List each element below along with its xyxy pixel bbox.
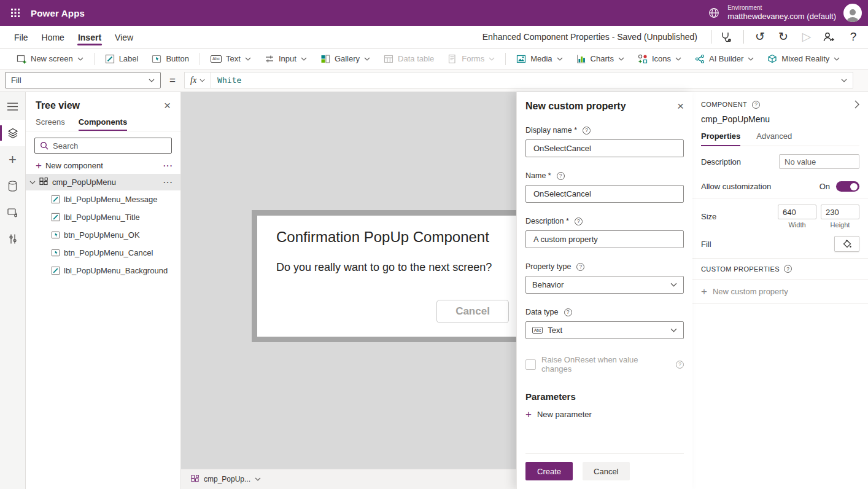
breadcrumb[interactable]: cmp_PopUp...: [204, 475, 250, 483]
tree-item-component-root[interactable]: cmp_PopUpMenu ···: [26, 174, 180, 190]
new-parameter-button[interactable]: + New parameter: [525, 410, 684, 419]
menu-insert[interactable]: Insert: [71, 27, 108, 47]
width-caption: Width: [788, 221, 805, 229]
tree-search-box[interactable]: [34, 138, 172, 154]
redo-icon[interactable]: ↻: [776, 30, 791, 44]
raise-onreset-checkbox[interactable]: [525, 359, 536, 370]
divider: [505, 53, 506, 65]
toolbar-ai-builder[interactable]: AI Builder: [688, 49, 761, 69]
toolbar-data-table: Data table: [377, 49, 441, 69]
tab-properties[interactable]: Properties: [701, 131, 740, 146]
more-options-icon[interactable]: ···: [163, 178, 173, 187]
toolbar-mixed-reality[interactable]: Mixed Reality: [761, 49, 847, 69]
formula-input-wrap: [211, 72, 853, 88]
canvas-breadcrumb-bar: cmp_PopUp...: [181, 469, 516, 489]
fill-color-button[interactable]: [834, 236, 859, 252]
app-checker-icon[interactable]: [720, 31, 735, 43]
display-name-field[interactable]: [525, 139, 684, 157]
toolbar-button[interactable]: Button: [145, 49, 196, 69]
menu-view[interactable]: View: [108, 27, 140, 47]
close-icon[interactable]: ×: [164, 101, 171, 111]
media-panel-icon[interactable]: [0, 199, 25, 225]
name-field[interactable]: [525, 185, 684, 203]
help-icon[interactable]: ?: [576, 263, 584, 271]
help-icon[interactable]: ?: [784, 265, 792, 273]
share-icon[interactable]: [823, 31, 837, 42]
component-canvas-frame[interactable]: Confirmation PopUp Component Do you real…: [252, 210, 516, 342]
allow-customization-toggle[interactable]: [836, 181, 859, 192]
toolbar-gallery[interactable]: Gallery: [314, 49, 377, 69]
menu-home[interactable]: Home: [35, 27, 71, 47]
equals-sign: =: [161, 74, 184, 87]
new-component-row[interactable]: + New component ···: [26, 157, 180, 174]
help-icon[interactable]: ?: [557, 172, 565, 180]
tab-components[interactable]: Components: [79, 117, 127, 131]
create-button[interactable]: Create: [525, 462, 573, 480]
formula-input[interactable]: [211, 72, 835, 88]
help-icon[interactable]: ?: [846, 30, 861, 44]
app-title: Power Apps: [31, 8, 85, 18]
property-selector[interactable]: Fill: [5, 72, 161, 88]
insert-plus-icon[interactable]: +: [0, 146, 25, 173]
toolbar-media[interactable]: Media: [510, 49, 569, 69]
toolbar-icons[interactable]: Icons: [631, 49, 688, 69]
popup-cancel-button[interactable]: Cancel: [436, 300, 509, 323]
help-icon[interactable]: ?: [575, 217, 583, 225]
tree-item-label-control[interactable]: lbl_PopUpMenu_Title: [26, 208, 180, 226]
toolbar-text[interactable]: Abc Text: [204, 49, 258, 69]
power-apps-studio: Power Apps Environment matthewdevaney.co…: [0, 0, 868, 489]
tree-item-button-control[interactable]: btn_PopUpMenu_OK: [26, 226, 180, 244]
new-custom-property-button[interactable]: + New custom property: [692, 280, 868, 303]
toolbar-label[interactable]: Label: [98, 49, 145, 69]
abc-icon: Abc: [532, 327, 543, 334]
tree-item-label-control[interactable]: lbl_PopUpMenu_Background: [26, 262, 180, 280]
tree-item-label-control[interactable]: lbl_PopUpMenu_Message: [26, 190, 180, 208]
data-sources-icon[interactable]: [0, 173, 25, 199]
raise-onreset-label: Raise OnReset when value changes: [541, 355, 670, 374]
data-type-select[interactable]: Abc Text: [525, 321, 684, 339]
help-icon[interactable]: ?: [564, 308, 572, 316]
selected-component-name: cmp_PopUpMenu: [701, 114, 859, 124]
panel-title: New custom property: [525, 101, 626, 112]
chevron-down-icon: [364, 57, 370, 61]
plus-icon: +: [36, 162, 42, 170]
toolbar-charts[interactable]: Charts: [570, 49, 631, 69]
environment-switcher[interactable]: Environment matthewdevaney.com (default): [727, 4, 836, 22]
app-launcher-waffle-icon[interactable]: [0, 0, 31, 26]
tab-screens[interactable]: Screens: [36, 117, 65, 131]
tree-item-button-control[interactable]: btn_PopUpMenu_Cancel: [26, 244, 180, 262]
raise-onreset-row: Raise OnReset when value changes ?: [525, 355, 684, 374]
menu-bar: File Home Insert View Enhanced Component…: [0, 26, 868, 49]
toolbar-input[interactable]: Input: [258, 49, 314, 69]
property-type-select[interactable]: Behavior: [525, 276, 684, 294]
custom-properties-header-row: CUSTOM PROPERTIES ?: [692, 259, 868, 279]
chevron-down-icon: [255, 477, 261, 481]
fx-button[interactable]: fx: [184, 72, 211, 88]
collapse-panel-chevron-icon[interactable]: [854, 100, 859, 109]
custom-properties-header: CUSTOM PROPERTIES: [701, 265, 780, 273]
tab-advanced[interactable]: Advanced: [756, 131, 792, 146]
search-input[interactable]: [53, 141, 166, 151]
advanced-tools-icon[interactable]: [0, 225, 25, 252]
hamburger-menu-icon[interactable]: [0, 93, 25, 120]
chevron-down-icon: [245, 57, 251, 61]
tree-view-icon[interactable]: [0, 120, 25, 146]
help-icon[interactable]: ?: [752, 101, 760, 109]
more-options-icon[interactable]: ···: [163, 161, 173, 170]
close-icon[interactable]: ×: [677, 101, 684, 111]
description-label: Description: [701, 157, 741, 166]
toolbar-new-screen[interactable]: New screen: [10, 49, 90, 69]
component-description-field[interactable]: [779, 154, 859, 169]
cancel-button[interactable]: Cancel: [583, 462, 629, 480]
user-avatar[interactable]: [843, 4, 862, 22]
help-icon[interactable]: ?: [583, 127, 591, 135]
help-icon[interactable]: ?: [676, 361, 684, 369]
fill-row: Fill: [692, 235, 868, 258]
undo-icon[interactable]: ↺: [753, 30, 767, 44]
menu-file[interactable]: File: [7, 27, 35, 47]
canvas-area[interactable]: Confirmation PopUp Component Do you real…: [181, 92, 516, 489]
size-label: Size: [701, 212, 716, 221]
height-field[interactable]: [821, 205, 859, 219]
width-field[interactable]: [778, 205, 816, 219]
description-field[interactable]: [525, 230, 684, 248]
